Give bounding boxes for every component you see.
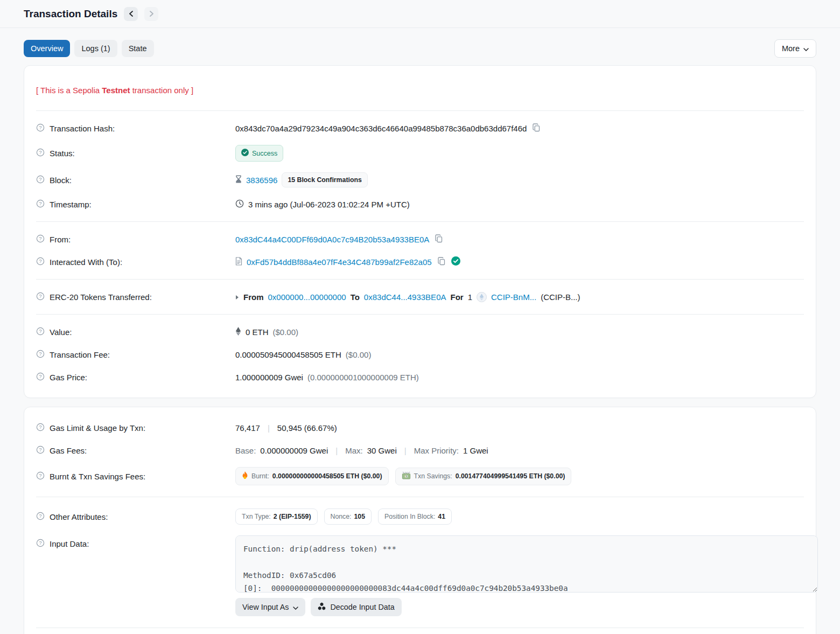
chevron-left-icon bbox=[129, 10, 134, 18]
gas-fees-label: Gas Fees: bbox=[50, 446, 87, 455]
help-icon[interactable]: ? bbox=[36, 471, 45, 482]
help-icon[interactable]: ? bbox=[36, 257, 45, 267]
token-icon bbox=[477, 292, 487, 302]
svg-text:?: ? bbox=[39, 176, 41, 182]
help-icon[interactable]: ? bbox=[36, 512, 45, 522]
gas-limit-label: Gas Limit & Usage by Txn: bbox=[50, 423, 145, 433]
help-icon[interactable]: ? bbox=[36, 234, 45, 245]
svg-text:?: ? bbox=[39, 200, 41, 206]
next-transaction-button[interactable] bbox=[144, 7, 158, 21]
help-icon[interactable]: ? bbox=[36, 199, 45, 210]
status-label: Status: bbox=[50, 149, 75, 158]
value-row: ? Value: 0 ETH ($0.00) bbox=[36, 321, 804, 343]
copy-to-address-button[interactable] bbox=[436, 257, 447, 267]
copy-icon bbox=[435, 234, 443, 245]
token-name-link[interactable]: CCIP-BnM... bbox=[491, 292, 536, 302]
view-input-as-button[interactable]: View Input As bbox=[235, 598, 305, 616]
gas-fees-row: ? Gas Fees: Base: 0.000000009 Gwei | Max… bbox=[36, 439, 804, 462]
gas-price-amount: 1.000000009 Gwei bbox=[235, 373, 303, 382]
svg-text:$: $ bbox=[405, 475, 407, 478]
help-icon[interactable]: ? bbox=[36, 327, 45, 337]
contract-document-icon bbox=[235, 257, 242, 267]
help-icon[interactable]: ? bbox=[36, 175, 45, 185]
burnt-savings-row: ? Burnt & Txn Savings Fees: Burnt: 0.000… bbox=[36, 462, 804, 491]
transaction-fee-usd: ($0.00) bbox=[346, 350, 372, 359]
gas-usage-value: 50,945 (66.67%) bbox=[277, 423, 337, 433]
hourglass-icon bbox=[235, 175, 242, 185]
value-amount: 0 ETH bbox=[246, 328, 269, 337]
help-icon[interactable]: ? bbox=[36, 148, 45, 158]
timestamp-row: ? Timestamp: 3 mins ago (Jul-06-2023 01:… bbox=[36, 193, 804, 215]
caret-right-icon bbox=[235, 292, 239, 302]
gas-limit-value: 76,417 bbox=[235, 423, 260, 433]
transaction-hash-row: ? Transaction Hash: 0x843dc70a4a29d79234… bbox=[36, 117, 804, 140]
transaction-hash-label: Transaction Hash: bbox=[50, 124, 115, 133]
from-row: ? From: 0x83dC44a4C00DFf69d0A0c7c94B20b5… bbox=[36, 228, 804, 250]
help-icon[interactable]: ? bbox=[36, 350, 45, 360]
help-icon[interactable]: ? bbox=[36, 292, 45, 302]
transaction-hash-value: 0x843dc70a4a29d79234c49a904c363d6c46640a… bbox=[235, 124, 527, 133]
txn-savings-value: 0.001477404999541495 ETH ($0.00) bbox=[456, 472, 565, 480]
svg-text:?: ? bbox=[39, 513, 41, 519]
page: Transaction Details bbox=[0, 0, 840, 27]
svg-text:?: ? bbox=[39, 258, 41, 264]
help-icon[interactable]: ? bbox=[36, 372, 45, 382]
to-contract-address-link[interactable]: 0xFd57b4ddBf88a4e07fF4e34C487b99af2Fe82a… bbox=[247, 257, 432, 267]
block-confirmations-badge[interactable]: 15 Block Confirmations bbox=[282, 172, 367, 187]
svg-text:?: ? bbox=[39, 328, 41, 334]
copy-hash-button[interactable] bbox=[531, 123, 542, 134]
separator: | bbox=[264, 423, 273, 433]
svg-text:?: ? bbox=[39, 351, 41, 357]
decode-input-data-button[interactable]: Decode Input Data bbox=[311, 598, 401, 616]
more-dropdown-button[interactable]: More bbox=[774, 39, 816, 58]
burnt-fee-badge: Burnt: 0.000000000000458505 ETH ($0.00) bbox=[235, 467, 389, 485]
txn-type-badge: Txn Type: 2 (EIP-1559) bbox=[235, 508, 318, 525]
status-row: ? Status: Success bbox=[36, 140, 804, 167]
help-icon[interactable]: ? bbox=[36, 123, 45, 134]
ethereum-icon bbox=[235, 327, 241, 337]
max-priority-value: 1 Gwei bbox=[463, 446, 488, 455]
gas-price-eth: (0.000000001000000009 ETH) bbox=[307, 373, 419, 382]
status-badge: Success bbox=[235, 145, 283, 162]
flame-icon bbox=[242, 471, 248, 481]
transfer-for-label: For bbox=[450, 292, 463, 302]
tab-state[interactable]: State bbox=[122, 40, 154, 57]
transaction-fee-row: ? Transaction Fee: 0.000050945000458505 … bbox=[36, 343, 804, 366]
nonce-badge: Nonce: 105 bbox=[324, 508, 372, 525]
page-title: Transaction Details bbox=[24, 8, 117, 20]
input-data-row: ? Input Data: Function: drip(address tok… bbox=[36, 530, 804, 622]
base-fee-label: Base: bbox=[235, 446, 256, 455]
transfer-from-address-link[interactable]: 0x000000...00000000 bbox=[268, 292, 346, 302]
max-fee-label: Max: bbox=[345, 446, 363, 455]
from-address-link[interactable]: 0x83dC44a4C00DFf69d0A0c7c94B20b53a4933BE… bbox=[235, 235, 429, 244]
block-number-link[interactable]: 3836596 bbox=[246, 176, 277, 185]
svg-text:?: ? bbox=[39, 124, 41, 130]
interacted-with-row: ? Interacted With (To): 0xFd57b4ddBf88a4… bbox=[36, 250, 804, 273]
decode-input-data-label: Decode Input Data bbox=[330, 603, 394, 611]
svg-text:?: ? bbox=[39, 424, 41, 430]
block-label: Block: bbox=[50, 176, 72, 185]
testnet-warning: [ This is a Sepolia Testnet transaction … bbox=[36, 75, 804, 104]
base-fee-value: 0.000000009 Gwei bbox=[260, 446, 328, 455]
max-fee-value: 30 Gwei bbox=[367, 446, 397, 455]
transaction-fee-label: Transaction Fee: bbox=[50, 350, 110, 359]
erc20-transfers-row: ? ERC-20 Tokens Transferred: From 0x0000… bbox=[36, 285, 804, 308]
gas-limit-row: ? Gas Limit & Usage by Txn: 76,417 | 50,… bbox=[36, 416, 804, 439]
transfer-to-address-link[interactable]: 0x83dC44...4933BE0A bbox=[364, 292, 446, 302]
burnt-savings-label: Burnt & Txn Savings Fees: bbox=[50, 472, 145, 481]
from-label: From: bbox=[50, 235, 71, 244]
transaction-gas-card: ? Gas Limit & Usage by Txn: 76,417 | 50,… bbox=[24, 407, 816, 634]
chevron-right-icon bbox=[149, 10, 154, 18]
status-badge-label: Success bbox=[252, 150, 277, 157]
prev-transaction-button[interactable] bbox=[124, 7, 138, 21]
copy-icon bbox=[532, 123, 541, 134]
help-icon[interactable]: ? bbox=[36, 445, 45, 456]
svg-text:?: ? bbox=[39, 235, 41, 241]
help-icon[interactable]: ? bbox=[36, 539, 45, 549]
copy-from-address-button[interactable] bbox=[433, 234, 444, 245]
tab-logs[interactable]: Logs (1) bbox=[74, 40, 117, 57]
view-input-as-label: View Input As bbox=[242, 603, 289, 611]
input-data-textarea[interactable]: Function: drip(address token) *** Method… bbox=[235, 535, 818, 593]
help-icon[interactable]: ? bbox=[36, 423, 45, 433]
tab-overview[interactable]: Overview bbox=[24, 40, 70, 57]
